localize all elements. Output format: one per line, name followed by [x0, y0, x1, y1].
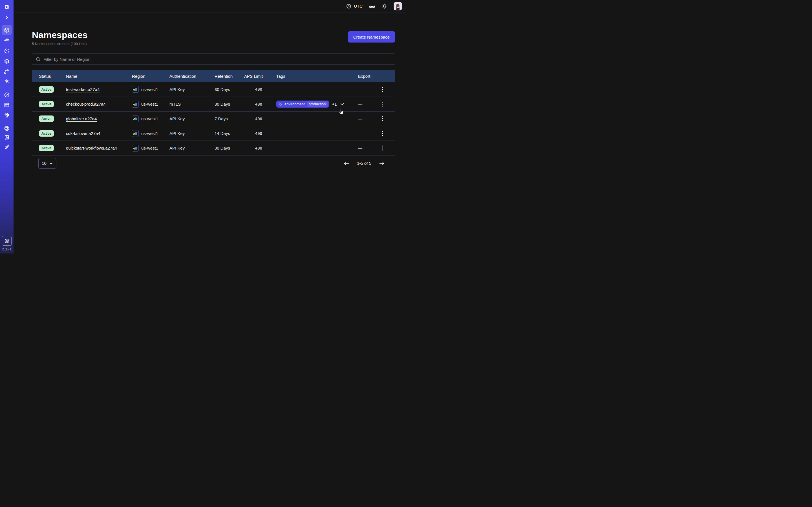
spiral-eye-icon [4, 37, 10, 43]
auth-method: API Key [169, 131, 214, 136]
sidebar-item-settings[interactable] [0, 112, 13, 119]
tag-value: production [307, 101, 328, 107]
labs-glasses-button[interactable] [369, 3, 375, 9]
billing-card-icon [4, 102, 10, 108]
table-header-row: Status Name Region Authentication Retent… [32, 70, 395, 82]
tags-group: environment production +1 [276, 101, 345, 108]
row-menu-button[interactable] [379, 86, 386, 93]
asterisk-icon [4, 78, 10, 84]
filter-input[interactable] [43, 57, 392, 62]
sidebar-expand-chevron-icon[interactable] [0, 14, 13, 21]
timezone-label: UTC [354, 4, 363, 8]
export-value: — [358, 87, 379, 92]
sidebar-item-schedules[interactable] [0, 48, 13, 54]
auth-method: API Key [169, 146, 214, 151]
namespace-link[interactable]: globalizer.a27a4 [66, 116, 97, 121]
sun-icon [382, 3, 388, 9]
retention-period: 14 Days [214, 131, 244, 136]
tags-more-count: +1 [332, 102, 337, 107]
clock-icon [346, 3, 352, 9]
cube-icon [4, 27, 10, 33]
region-label: us-west1 [141, 131, 158, 136]
gcp-region-icon [132, 145, 139, 152]
retention-period: 30 Days [214, 146, 244, 151]
table-body: Active test-worker.a27a4 us-west1 API Ke… [32, 82, 395, 155]
user-avatar[interactable] [394, 2, 402, 10]
gcp-region-icon [132, 130, 139, 137]
table-footer: 10 1-5 of 5 [32, 155, 395, 171]
layers-icon [4, 58, 10, 64]
retention-period: 7 Days [214, 116, 244, 121]
column-header-tags: Tags [262, 74, 358, 78]
column-header-region: Region [132, 74, 169, 78]
export-value: — [358, 116, 379, 121]
pagination: 1-5 of 5 [343, 160, 385, 166]
sidebar-item-batch[interactable] [0, 58, 13, 64]
page-size-select[interactable]: 10 [38, 158, 56, 169]
create-namespace-button[interactable]: Create Namespace [348, 31, 395, 43]
aps-limit-value: 400 [244, 87, 262, 92]
lifebuoy-icon [4, 125, 10, 131]
column-header-status: Status [39, 74, 66, 78]
sidebar-item-usage[interactable] [0, 92, 13, 98]
sidebar-item-pricing[interactable] [2, 236, 11, 245]
row-menu-button[interactable] [379, 100, 386, 108]
tag-chip[interactable]: environment production [276, 101, 329, 108]
retention-period: 30 Days [214, 102, 244, 107]
tags-expand-chevron-icon[interactable] [340, 102, 345, 107]
sidebar-item-deployments[interactable] [0, 68, 13, 75]
gauge-icon [4, 92, 10, 98]
row-menu-button[interactable] [379, 144, 386, 152]
glasses-icon [369, 3, 375, 9]
region-label: us-west1 [141, 116, 158, 121]
sidebar-item-namespaces[interactable] [2, 25, 12, 35]
column-header-name: Name [66, 74, 132, 78]
sidebar-item-getting-started[interactable] [0, 144, 13, 151]
theme-toggle-button[interactable] [382, 3, 388, 9]
status-badge: Active [39, 145, 54, 151]
column-header-authentication: Authentication [169, 74, 214, 78]
filter-bar[interactable] [32, 54, 395, 65]
namespace-link[interactable]: quickstart-workflows.a27a4 [66, 146, 117, 151]
search-icon [36, 57, 41, 62]
previous-page-button[interactable] [343, 160, 350, 166]
namespace-link[interactable]: checkout-prod.a27a4 [66, 102, 106, 107]
next-page-button[interactable] [378, 160, 385, 166]
avatar-photo [394, 2, 402, 10]
namespaces-table: Status Name Region Authentication Retent… [32, 70, 395, 171]
timezone-selector[interactable]: UTC [346, 3, 363, 9]
page-title: Namespaces [32, 30, 88, 40]
export-value: — [358, 146, 379, 151]
auth-method: API Key [169, 116, 214, 121]
row-menu-button[interactable] [379, 129, 386, 137]
sidebar: 2.35.1 [0, 0, 13, 253]
auth-method: mTLS [169, 102, 214, 107]
retention-period: 30 Days [214, 87, 244, 92]
namespace-link[interactable]: sdk-failover.a27a4 [66, 131, 100, 136]
main-content: Namespaces 5 Namespaces created (100 lim… [13, 13, 406, 253]
status-badge: Active [39, 86, 54, 93]
page-header: Namespaces 5 Namespaces created (100 lim… [32, 30, 395, 46]
sidebar-item-docs[interactable] [0, 134, 13, 141]
sidebar-item-billing[interactable] [0, 102, 13, 108]
region-label: us-west1 [141, 102, 158, 107]
namespace-link[interactable]: test-worker.a27a4 [66, 87, 100, 92]
temporal-logo-icon[interactable] [0, 4, 13, 10]
gcp-region-icon [132, 86, 139, 93]
branch-icon [4, 68, 10, 74]
export-value: — [358, 102, 379, 107]
sidebar-divider [0, 119, 13, 119]
table-row: Active globalizer.a27a4 us-west1 API Key… [32, 111, 395, 126]
tag-icon [278, 102, 283, 106]
timer-icon [4, 48, 10, 54]
table-row: Active checkout-prod.a27a4 us-west1 mTLS… [32, 97, 395, 111]
row-menu-button[interactable] [379, 115, 386, 123]
sidebar-item-nexus[interactable] [0, 78, 13, 84]
tag-key: environment [285, 102, 305, 106]
dollar-seal-icon [4, 238, 10, 244]
sidebar-item-workflows[interactable] [0, 37, 13, 44]
table-row: Active sdk-failover.a27a4 us-west1 API K… [32, 126, 395, 140]
column-header-export: Export [358, 74, 379, 78]
column-header-retention: Retention [214, 74, 244, 78]
sidebar-item-support[interactable] [0, 125, 13, 132]
